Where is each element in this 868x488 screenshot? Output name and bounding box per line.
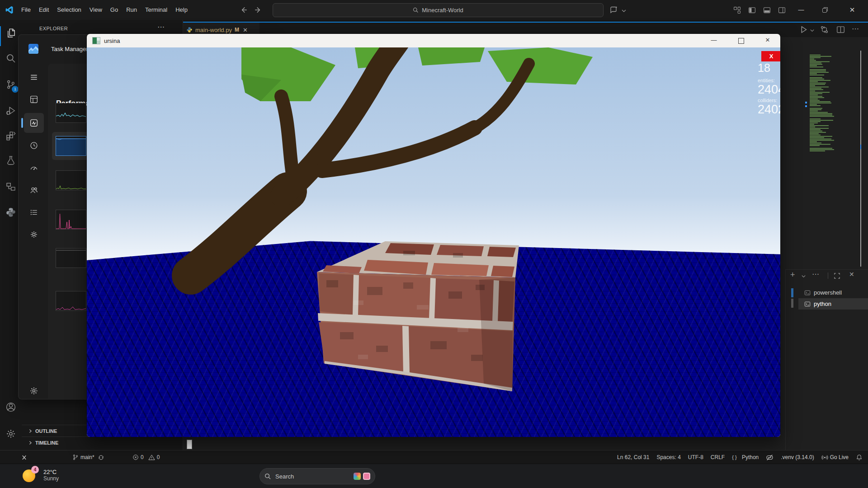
explorer-view-icon[interactable] xyxy=(6,28,16,38)
run-debug-view-icon[interactable] xyxy=(6,106,16,116)
copilot-disabled-icon[interactable] xyxy=(766,454,774,461)
copilot-chat-icon[interactable] xyxy=(609,5,618,14)
game-minimize-button[interactable]: — xyxy=(703,34,724,47)
scrollbar-marker xyxy=(860,145,861,149)
accounts-icon[interactable] xyxy=(6,402,16,412)
outline-label: OUTLINE xyxy=(35,428,57,434)
menu-edit[interactable]: Edit xyxy=(35,0,53,20)
terminal-tab-python[interactable]: python xyxy=(798,298,868,310)
taskbar-search-box[interactable]: Search xyxy=(259,468,375,484)
command-center-search[interactable]: Minecraft-World xyxy=(273,3,604,17)
problems-status[interactable]: 0 0 xyxy=(132,450,160,464)
toggle-sidebar-icon[interactable] xyxy=(748,6,756,14)
editor-more-actions-icon[interactable]: ⋯ xyxy=(852,24,859,33)
extensions-view-icon[interactable] xyxy=(6,131,16,141)
menu-terminal[interactable]: Terminal xyxy=(141,0,171,20)
sync-icon xyxy=(98,455,104,460)
game-titlebar[interactable]: ursina — ✕ xyxy=(87,34,780,47)
tm-services-icon[interactable] xyxy=(30,230,38,239)
terminal-tab-powershell[interactable]: powershell xyxy=(798,287,868,298)
terminal-prompt-icon xyxy=(804,301,811,307)
settings-gear-icon[interactable] xyxy=(6,429,16,439)
python-view-icon[interactable] xyxy=(5,207,16,218)
tm-graph-cpu[interactable] xyxy=(56,103,86,123)
go-live-button[interactable]: Go Live xyxy=(821,454,849,461)
tm-menu-icon[interactable] xyxy=(30,73,38,81)
terminal-more-actions-icon[interactable]: ⋯ xyxy=(812,270,819,278)
encoding[interactable]: UTF-8 xyxy=(688,454,703,460)
game-maximize-button[interactable] xyxy=(731,34,751,47)
chevron-right-icon xyxy=(28,429,33,433)
menu-run[interactable]: Run xyxy=(122,0,141,20)
game-close-overlay-button[interactable]: X xyxy=(761,51,781,61)
menu-view[interactable]: View xyxy=(85,0,106,20)
tm-graph-gpu1[interactable] xyxy=(56,291,86,311)
tm-graph-ethernet[interactable] xyxy=(56,210,86,230)
search-view-icon[interactable] xyxy=(6,53,16,63)
tm-startup-apps-icon[interactable] xyxy=(30,164,38,172)
go-live-label: Go Live xyxy=(830,454,849,460)
tree-trunk xyxy=(191,47,529,276)
split-editor-icon[interactable] xyxy=(836,25,845,34)
history-back-icon[interactable] xyxy=(240,6,248,14)
error-count: 0 xyxy=(141,454,144,460)
game-window: ursina — ✕ xyxy=(86,33,781,437)
tm-processes-icon[interactable] xyxy=(30,95,38,103)
chevron-right-icon xyxy=(28,441,33,445)
python-interpreter[interactable]: .venv (3.14.0) xyxy=(781,454,814,460)
remote-explorer-view-icon[interactable] xyxy=(6,182,16,192)
language-mode[interactable]: { } Python xyxy=(732,454,759,460)
leaf-cluster-right xyxy=(488,47,593,84)
tab-close-icon[interactable]: ✕ xyxy=(243,27,248,33)
run-options-chevron-icon[interactable] xyxy=(810,28,815,33)
menu-help[interactable]: Help xyxy=(171,0,192,20)
close-panel-icon[interactable]: ✕ xyxy=(849,271,854,278)
new-terminal-icon[interactable]: + xyxy=(790,270,795,280)
terminal-scrollbar-thumb[interactable] xyxy=(791,299,793,308)
cursor-position[interactable]: Ln 62, Col 31 xyxy=(617,454,649,460)
warning-count: 0 xyxy=(157,454,160,460)
notifications-bell-icon[interactable] xyxy=(856,454,863,461)
toggle-secondary-sidebar-icon[interactable] xyxy=(778,6,786,14)
customize-layout-icon[interactable] xyxy=(733,6,741,14)
game-close-button[interactable]: ✕ xyxy=(757,34,778,47)
tm-performance-icon[interactable] xyxy=(30,119,38,127)
weather-condition: Sunny xyxy=(43,475,59,482)
tm-settings-gear-icon[interactable] xyxy=(30,387,38,395)
search-query: Minecraft-World xyxy=(422,7,463,14)
remote-indicator-icon[interactable] xyxy=(21,454,28,461)
history-forward-icon[interactable] xyxy=(254,6,262,14)
maximize-panel-icon[interactable] xyxy=(834,272,840,279)
window-restore-button[interactable] xyxy=(822,7,828,13)
minimap[interactable] xyxy=(808,51,846,155)
chevron-down-icon[interactable] xyxy=(621,8,627,14)
game-viewport[interactable]: X 18 entities: 2404 colliders: 2402 xyxy=(87,47,781,437)
run-python-file-icon[interactable] xyxy=(799,25,808,34)
timeline-section-header[interactable]: TIMELINE xyxy=(22,436,183,448)
weather-widget[interactable]: 4 22°C Sunny xyxy=(22,466,59,484)
window-minimize-button[interactable]: — xyxy=(796,0,807,20)
open-changes-icon[interactable] xyxy=(820,25,829,34)
menu-go[interactable]: Go xyxy=(106,0,122,20)
menu-file[interactable]: File xyxy=(17,0,35,20)
tm-app-history-icon[interactable] xyxy=(30,141,38,150)
menu-selection[interactable]: Selection xyxy=(53,0,85,20)
scm-changes-badge: 1 xyxy=(12,86,19,93)
tm-graph-gpu0[interactable] xyxy=(56,248,86,268)
tm-users-icon[interactable] xyxy=(30,186,38,194)
tm-graph-disk[interactable] xyxy=(56,170,86,190)
toggle-panel-icon[interactable] xyxy=(763,6,771,14)
tm-details-icon[interactable] xyxy=(30,208,38,216)
tm-graph-memory[interactable] xyxy=(56,136,86,156)
terminal-tab-label: python xyxy=(814,300,831,307)
indentation[interactable]: Spaces: 4 xyxy=(656,454,680,460)
terminal-tab-label: powershell xyxy=(814,289,842,296)
eol-sequence[interactable]: CRLF xyxy=(711,454,725,460)
fps-counter: 18 xyxy=(758,62,770,74)
git-branch-status[interactable]: main* xyxy=(72,450,104,464)
explorer-more-actions-icon[interactable]: ⋯ xyxy=(157,23,165,31)
terminal-profile-chevron-icon[interactable] xyxy=(801,274,806,279)
testing-view-icon[interactable] xyxy=(6,155,16,165)
window-close-button[interactable]: ✕ xyxy=(847,0,858,20)
task-manager-logo-icon xyxy=(28,44,38,54)
